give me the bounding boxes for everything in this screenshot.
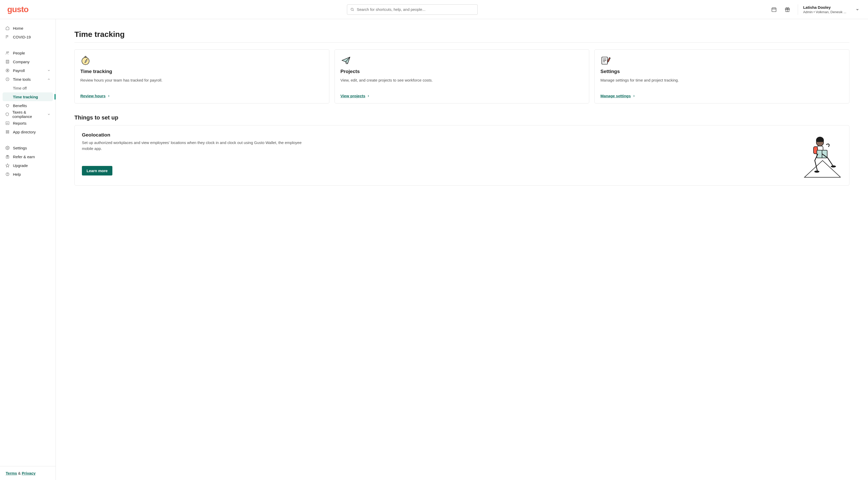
footer-amp: & xyxy=(17,471,22,475)
sidebar-item-refer[interactable]: Refer & earn xyxy=(3,152,53,161)
page-title: Time tracking xyxy=(74,30,849,43)
card-body: View, edit, and create projects to see w… xyxy=(340,77,584,91)
sidebar-item-settings[interactable]: Settings xyxy=(3,143,53,152)
sidebar-item-covid[interactable]: COVID-19 xyxy=(3,33,53,41)
main-content[interactable]: Time tracking Time tracking Review hours… xyxy=(56,19,868,480)
svg-rect-11 xyxy=(6,60,9,63)
heart-icon xyxy=(5,103,10,108)
sidebar-item-label: Upgrade xyxy=(13,163,28,168)
setup-text: Geolocation Set up authorized workplaces… xyxy=(82,132,793,175)
sidebar-item-payroll[interactable]: Payroll xyxy=(3,66,53,75)
svg-rect-32 xyxy=(85,56,86,57)
calendar-button[interactable] xyxy=(769,4,779,15)
svg-rect-21 xyxy=(8,131,9,132)
card-time-tracking: Time tracking Review hours your team has… xyxy=(74,49,330,103)
sidebar-subitem-time-tracking[interactable]: Time tracking xyxy=(3,92,53,101)
user-menu[interactable]: Latisha Dooley Admin • Volkman, Denesik … xyxy=(803,5,861,14)
sidebar-item-people[interactable]: People xyxy=(3,48,53,57)
sidebar-item-taxes[interactable]: Taxes & compliance xyxy=(3,110,53,119)
sidebar-item-upgrade[interactable]: Upgrade xyxy=(3,161,53,170)
header-right: Latisha Dooley Admin • Volkman, Denesik … xyxy=(769,4,861,15)
global-search[interactable] xyxy=(347,4,478,15)
chevron-right-icon xyxy=(632,95,636,98)
calendar-icon xyxy=(771,7,777,12)
gear-icon xyxy=(5,145,10,150)
manage-settings-link[interactable]: Manage settings xyxy=(600,94,843,98)
user-menu-text: Latisha Dooley Admin • Volkman, Denesik … xyxy=(803,5,846,14)
svg-point-9 xyxy=(6,52,7,53)
sidebar-subitem-time-off[interactable]: Time off xyxy=(3,83,53,92)
people-icon xyxy=(5,50,10,55)
search-input[interactable] xyxy=(357,7,474,11)
brand-logo[interactable]: gusto xyxy=(7,5,28,14)
chevron-right-icon xyxy=(107,95,110,98)
notepad-icon xyxy=(600,55,611,66)
svg-point-29 xyxy=(7,175,8,175)
user-name: Latisha Dooley xyxy=(803,5,846,9)
clock-icon xyxy=(5,77,10,81)
shield-icon xyxy=(5,112,9,117)
sidebar-item-label: Payroll xyxy=(13,68,25,73)
gift-small-icon xyxy=(5,154,10,159)
sidebar-item-label: Benefits xyxy=(13,103,27,108)
sidebar-item-benefits[interactable]: Benefits xyxy=(3,101,53,110)
card-title: Time tracking xyxy=(80,69,323,74)
privacy-link[interactable]: Privacy xyxy=(22,471,35,475)
svg-rect-22 xyxy=(6,132,7,133)
chevron-right-icon xyxy=(367,95,370,98)
sidebar-scroll[interactable]: Home COVID-19 People Company xyxy=(0,19,56,466)
svg-point-24 xyxy=(7,147,8,148)
sidebar-subitem-label: Time tracking xyxy=(13,95,38,99)
building-icon xyxy=(5,59,10,64)
svg-marker-27 xyxy=(6,164,9,167)
hiker-illustration xyxy=(801,132,842,179)
sidebar-item-help[interactable]: Help xyxy=(3,170,53,179)
paper-plane-icon xyxy=(340,55,351,66)
card-body: Manage settings for time and project tra… xyxy=(600,77,843,91)
review-hours-link[interactable]: Review hours xyxy=(80,94,323,98)
card-settings: Settings Manage settings for time and pr… xyxy=(594,49,849,103)
card-title: Projects xyxy=(340,69,584,74)
sidebar-subitem-label: Time off xyxy=(13,86,27,90)
setup-title: Geolocation xyxy=(82,132,793,138)
sidebar: Home COVID-19 People Company xyxy=(0,19,56,480)
svg-point-0 xyxy=(351,8,353,10)
compass-icon xyxy=(80,55,91,66)
svg-rect-33 xyxy=(602,57,608,64)
sidebar-item-label: Company xyxy=(13,60,29,64)
svg-point-42 xyxy=(814,171,819,173)
gift-icon xyxy=(784,7,790,12)
sidebar-item-label: Taxes & compliance xyxy=(12,110,41,119)
sidebar-item-app-directory[interactable]: App directory xyxy=(3,128,53,136)
sidebar-item-company[interactable]: Company xyxy=(3,57,53,66)
home-icon xyxy=(5,26,10,30)
svg-point-43 xyxy=(831,165,836,168)
chevron-up-icon xyxy=(47,78,51,81)
chevron-down-icon xyxy=(47,69,51,72)
sidebar-item-label: Home xyxy=(13,26,23,30)
svg-line-1 xyxy=(353,10,354,11)
terms-link[interactable]: Terms xyxy=(6,471,17,475)
star-icon xyxy=(5,163,10,168)
sidebar-footer: Terms & Privacy xyxy=(0,466,56,480)
sidebar-item-label: COVID-19 xyxy=(13,35,31,39)
setup-card-geolocation: Geolocation Set up authorized workplaces… xyxy=(74,125,849,185)
sidebar-item-label: People xyxy=(13,51,25,55)
summary-cards: Time tracking Review hours your team has… xyxy=(74,49,849,103)
svg-rect-23 xyxy=(8,132,9,133)
dollar-icon xyxy=(5,68,10,73)
user-subline: Admin • Volkman, Denesik ... xyxy=(803,10,846,14)
gift-button[interactable] xyxy=(782,4,793,15)
sidebar-item-label: Help xyxy=(13,172,21,176)
card-title: Settings xyxy=(600,69,843,74)
chart-icon xyxy=(5,121,10,126)
card-cta-label: Review hours xyxy=(80,94,106,98)
setup-heading: Things to set up xyxy=(74,114,849,121)
view-projects-link[interactable]: View projects xyxy=(340,94,584,98)
sidebar-item-time-tools[interactable]: Time tools xyxy=(3,75,53,83)
sidebar-item-reports[interactable]: Reports xyxy=(3,119,53,128)
header-center xyxy=(61,4,764,15)
sidebar-item-home[interactable]: Home xyxy=(3,24,53,33)
learn-more-button[interactable]: Learn more xyxy=(82,166,113,175)
chevron-down-icon xyxy=(47,113,51,116)
